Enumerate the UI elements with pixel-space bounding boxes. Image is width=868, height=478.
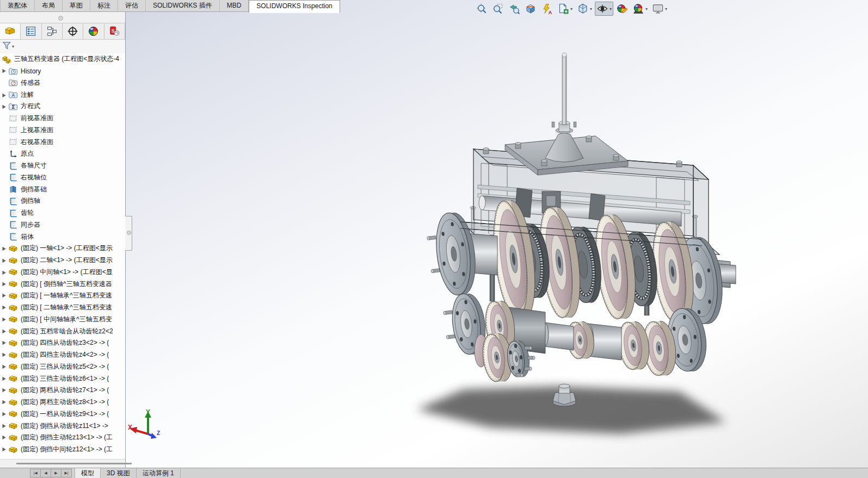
ribbon-tab-6[interactable]: SOLIDWORKS 插件: [146, 0, 220, 12]
filter-icon[interactable]: [2, 40, 12, 53]
propertymanager-tab[interactable]: [21, 23, 41, 39]
tree-item[interactable]: ▶(固定) 倒挡从动齿轮z11<1> ->: [0, 420, 125, 432]
expand-arrow-icon[interactable]: ▶: [0, 305, 8, 311]
bottom-tab-2[interactable]: 3D 视图: [101, 468, 137, 478]
inspectionmanager-tab[interactable]: S: [104, 23, 125, 39]
expand-arrow-icon[interactable]: ▶: [0, 328, 8, 334]
ribbon-tab-2[interactable]: 布局: [35, 0, 63, 12]
expand-arrow-icon[interactable]: ▶: [0, 376, 8, 382]
tree-item[interactable]: 同步器: [0, 219, 125, 231]
nav-prev-button[interactable]: ◀: [40, 469, 51, 477]
tree-item[interactable]: 倒挡基础: [0, 183, 125, 195]
tree-horizontal-scrollbar[interactable]: [0, 459, 125, 468]
displaymanager-tab[interactable]: [83, 23, 104, 39]
tree-item[interactable]: ▶(固定) 四挡从动齿轮z3<2> -> (: [0, 337, 125, 349]
tree-item[interactable]: ▶(固定) 两档从动齿轮z7<1> -> (: [0, 384, 125, 396]
panel-resize-strip[interactable]: [0, 12, 125, 23]
zoom-area-button[interactable]: [490, 2, 506, 16]
tree-item[interactable]: 箱体: [0, 231, 125, 243]
dimxpertmanager-tab[interactable]: [63, 23, 83, 39]
dynamic-annotation-button[interactable]: A: [539, 2, 555, 16]
tree-item[interactable]: ▶(固定) 两档主动齿轮z8<1> -> (: [0, 396, 125, 408]
tree-item[interactable]: ▶(固定) [ 倒挡轴^三轴五档变速器: [0, 278, 125, 290]
panel-collapse-handle-icon[interactable]: [58, 16, 63, 21]
tree-item[interactable]: ▶(固定) 一轴<1> -> (工程图<显示: [0, 243, 125, 254]
expand-arrow-icon[interactable]: ▶: [0, 316, 8, 322]
expand-arrow-icon[interactable]: ▶: [0, 103, 8, 109]
tree-item[interactable]: 上视基准面: [0, 125, 125, 136]
bottom-tab-3[interactable]: 运动算例 1: [137, 468, 181, 478]
tree-item[interactable]: 右视轴位: [0, 172, 125, 184]
viewport-3d[interactable]: Y X Z: [126, 0, 868, 478]
tree-item[interactable]: ▶Σ方程式: [0, 101, 125, 113]
view-settings-button[interactable]: ▾: [650, 2, 669, 16]
ribbon-tab-8[interactable]: SOLIDWORKS Inspection: [249, 0, 340, 13]
tree-item[interactable]: ▶(固定) 三挡主动齿轮z6<1> -> (: [0, 373, 125, 384]
ribbon-tab-4[interactable]: 标注: [90, 0, 118, 12]
expand-arrow-icon[interactable]: ▶: [0, 434, 8, 440]
dropdown-arrow-icon[interactable]: ▾: [610, 7, 612, 11]
expand-arrow-icon[interactable]: ▶: [0, 293, 8, 299]
dropdown-arrow-icon[interactable]: ▾: [645, 7, 648, 11]
sheet-views-button[interactable]: ▾: [556, 2, 574, 16]
nav-last-button[interactable]: ▶|: [61, 469, 72, 477]
tree-item[interactable]: ▶(固定) 三挡从动齿轮z5<2> -> (: [0, 361, 125, 373]
tree-item[interactable]: ▶(固定) [ 二轴轴承^三轴五档变速: [0, 302, 125, 314]
tree-item[interactable]: 三轴五档变速器 (工程图<显示状态-4: [0, 53, 125, 65]
configurationmanager-tab[interactable]: [42, 23, 63, 39]
apply-scene-button[interactable]: ▾: [631, 2, 649, 16]
nav-next-button[interactable]: ▶: [51, 469, 61, 477]
tree-item[interactable]: ▶(固定) 倒挡主动轮z13<1> -> (工: [0, 432, 125, 444]
expand-arrow-icon[interactable]: ▶: [0, 399, 8, 405]
expand-arrow-icon[interactable]: ▶: [0, 92, 8, 98]
tree-item[interactable]: ▶(固定) [ 一轴轴承^三轴五档变速: [0, 290, 125, 302]
view-orientation-button[interactable]: ▾: [575, 2, 594, 16]
tree-item[interactable]: ▶(固定) 五档常啮合从动齿轮z2<2: [0, 325, 125, 337]
expand-arrow-icon[interactable]: ▶: [0, 411, 8, 417]
expand-arrow-icon[interactable]: ▶: [0, 352, 8, 358]
tree-item[interactable]: 传感器: [0, 77, 125, 89]
tree-item[interactable]: ▶A注解: [0, 89, 125, 101]
expand-arrow-icon[interactable]: ▶: [0, 364, 8, 370]
scrollbar-thumb[interactable]: [16, 463, 132, 464]
ribbon-tab-5[interactable]: 评估: [118, 0, 146, 12]
edit-appearance-button[interactable]: [614, 2, 630, 16]
filter-dropdown-arrow-icon[interactable]: ▾: [12, 44, 14, 49]
expand-arrow-icon[interactable]: ▶: [0, 245, 8, 251]
section-view-button[interactable]: [523, 2, 538, 16]
ribbon-tab-1[interactable]: 装配体: [0, 0, 35, 12]
tree-item[interactable]: 原点: [0, 148, 125, 160]
ribbon-tab-3[interactable]: 草图: [63, 0, 90, 12]
tree-item[interactable]: 右视基准面: [0, 136, 125, 148]
tree-item[interactable]: ▶(固定) 中间轴<1> -> (工程图<显: [0, 266, 125, 278]
ribbon-tab-7[interactable]: MBD: [220, 0, 249, 12]
expand-arrow-icon[interactable]: ▶: [0, 269, 8, 275]
tree-item[interactable]: ▶(固定) [ 中间轴轴承^三轴五档变: [0, 314, 125, 326]
dropdown-arrow-icon[interactable]: ▾: [590, 7, 592, 11]
previous-view-button[interactable]: [507, 2, 522, 16]
tree-item[interactable]: 倒挡轴: [0, 195, 125, 207]
bottom-tab-1[interactable]: 模型: [75, 468, 101, 478]
tree-item[interactable]: 齿轮: [0, 207, 125, 219]
tree-item[interactable]: 前视基准面: [0, 113, 125, 125]
expand-arrow-icon[interactable]: ▶: [0, 68, 8, 74]
expand-arrow-icon[interactable]: ▶: [0, 281, 8, 287]
expand-arrow-icon[interactable]: ▶: [0, 257, 8, 263]
tree-filter-row[interactable]: ▾: [0, 40, 125, 53]
expand-arrow-icon[interactable]: ▶: [0, 340, 8, 346]
zoom-fit-button[interactable]: [474, 2, 489, 16]
expand-arrow-icon[interactable]: ▶: [0, 387, 8, 393]
featuremanager-tab[interactable]: [0, 23, 21, 39]
dropdown-arrow-icon[interactable]: ▾: [665, 7, 667, 11]
expand-arrow-icon[interactable]: ▶: [0, 423, 8, 429]
tree-item[interactable]: ▶History: [0, 65, 125, 77]
tree-item[interactable]: 各轴尺寸: [0, 160, 125, 172]
tree-item[interactable]: ▶(固定) 一档从动齿轮z9<1> -> (: [0, 408, 125, 420]
dropdown-arrow-icon[interactable]: ▾: [570, 7, 572, 11]
tree-item[interactable]: ▶(固定) 四挡主动齿轮z4<2> -> (: [0, 349, 125, 361]
tree-item[interactable]: ▶(固定) 倒挡中间轮z12<1> -> (工: [0, 444, 125, 456]
tree-item[interactable]: ▶(固定) 二轴<1> -> (工程图<显示: [0, 254, 125, 266]
nav-first-button[interactable]: |◀: [30, 469, 41, 477]
panel-splitter[interactable]: [125, 216, 132, 251]
display-style-button[interactable]: ▾: [595, 2, 613, 16]
